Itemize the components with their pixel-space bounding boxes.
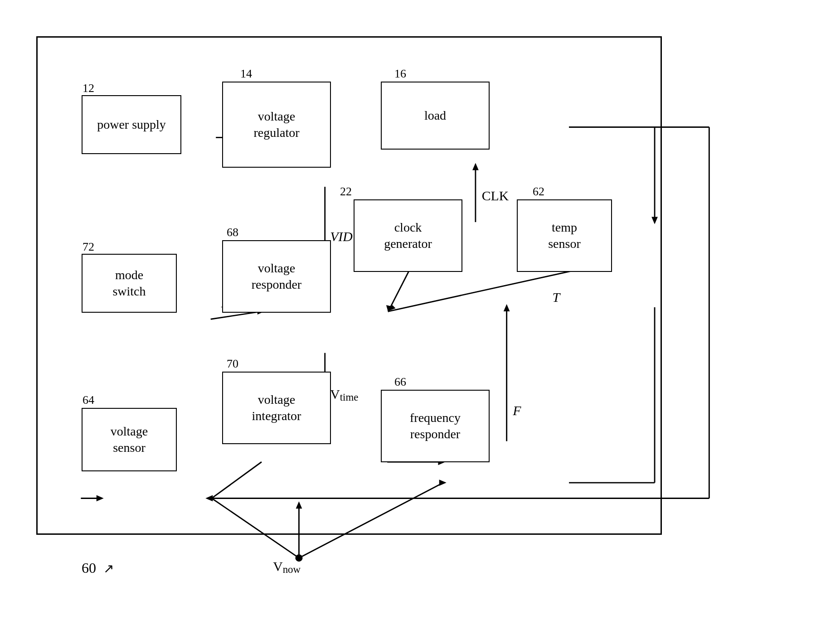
mode-switch-label: modeswitch [112,267,146,300]
power-supply-ref: 12 [83,82,94,95]
clock-generator-ref: 22 [340,185,352,199]
voltage-integrator-label: voltageintegrator [252,392,301,425]
power-supply-block: power supply [82,95,181,154]
voltage-sensor-label: voltagesensor [111,423,148,456]
diagram-container: Vcc VID M CLK T [36,36,780,607]
voltage-regulator-label: voltageregulator [253,108,299,141]
temp-sensor-block: tempsensor [517,199,612,272]
voltage-responder-label: voltageresponder [252,260,301,293]
voltage-sensor-ref: 64 [83,393,94,407]
frequency-responder-label: frequencyresponder [410,410,461,443]
voltage-integrator-block: voltageintegrator [222,372,331,444]
voltage-sensor-block: voltagesensor [82,408,177,471]
load-block: load [381,82,490,150]
temp-sensor-label: tempsensor [548,219,581,252]
load-label: load [424,107,446,124]
power-supply-label: power supply [97,116,166,133]
clock-generator-label: clockgenerator [384,219,432,252]
voltage-integrator-ref: 70 [227,357,238,371]
svg-text:Vnow: Vnow [273,559,301,576]
voltage-regulator-block: voltageregulator [222,82,331,168]
mode-switch-ref: 72 [83,240,94,254]
svg-point-33 [295,554,302,562]
frequency-responder-block: frequencyresponder [381,390,490,462]
voltage-responder-block: voltageresponder [222,240,331,313]
voltage-responder-ref: 68 [227,226,238,239]
diagram-label: 60 ↗ [82,560,114,576]
load-ref: 16 [394,67,406,81]
frequency-responder-ref: 66 [394,375,406,389]
voltage-regulator-ref: 14 [240,67,252,81]
mode-switch-block: modeswitch [82,254,177,313]
clock-generator-block: clockgenerator [354,199,462,272]
temp-sensor-ref: 62 [533,185,544,199]
